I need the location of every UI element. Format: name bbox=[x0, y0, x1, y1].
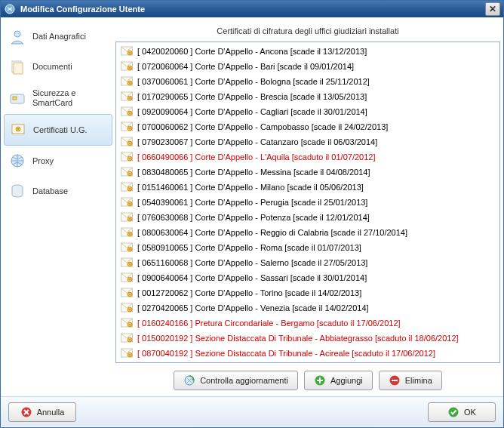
certificate-row[interactable]: [ 0150020192 ] Sezione Distaccata Di Tri… bbox=[118, 331, 498, 346]
certificate-icon bbox=[121, 106, 133, 117]
database-icon bbox=[8, 182, 26, 200]
certificate-icon bbox=[121, 152, 133, 162]
certificate-icon bbox=[121, 288, 133, 298]
certificate-row[interactable]: [ 0920090064 ] Corte D'Appello - Cagliar… bbox=[118, 104, 498, 119]
ok-button[interactable]: OK bbox=[428, 402, 496, 422]
certificate-row[interactable]: [ 0760630068 ] Corte D'Appello - Potenza… bbox=[118, 210, 498, 225]
button-label: Annulla bbox=[37, 408, 65, 417]
plus-icon bbox=[314, 374, 326, 386]
certificate-row[interactable]: [ 0720060064 ] Corte D'Appello - Bari [s… bbox=[118, 59, 498, 74]
svg-point-58 bbox=[129, 279, 131, 280]
certificate-text: [ 0420020060 ] Corte D'Appello - Ancona … bbox=[137, 47, 367, 56]
user-icon bbox=[8, 28, 26, 46]
certificate-row[interactable]: [ 0900640064 ] Corte D'Appello - Sassari… bbox=[118, 270, 498, 285]
main-panel: Certificati di cifratura degli uffici gi… bbox=[115, 22, 500, 396]
sidebar-item-dati-anagrafici[interactable]: Dati Anagrafici bbox=[4, 22, 112, 52]
svg-rect-5 bbox=[13, 97, 17, 100]
certificate-text: [ 0790230067 ] Corte D'Appello - Catanza… bbox=[137, 137, 377, 146]
svg-point-67 bbox=[129, 324, 131, 325]
titlebar: Modifica Configurazione Utente ✕ bbox=[1, 1, 503, 17]
button-label: Controlla aggiornamenti bbox=[200, 376, 288, 385]
certificate-text: [ 0150020192 ] Sezione Distaccata Di Tri… bbox=[137, 334, 459, 343]
certificate-row[interactable]: [ 0800630064 ] Corte D'Appello - Reggio … bbox=[118, 225, 498, 240]
certificate-text: [ 0170290065 ] Corte D'Appello - Brescia… bbox=[137, 92, 367, 101]
cancel-icon bbox=[20, 406, 32, 418]
certificate-text: [ 0830480065 ] Corte D'Appello - Messina… bbox=[137, 168, 370, 177]
svg-point-46 bbox=[129, 218, 131, 220]
svg-point-49 bbox=[129, 233, 131, 235]
certificate-text: [ 0900640064 ] Corte D'Appello - Sassari… bbox=[137, 273, 367, 282]
certificate-text: [ 0270420065 ] Corte D'Appello - Venezia… bbox=[137, 303, 369, 313]
svg-rect-3 bbox=[14, 63, 23, 74]
delete-button[interactable]: Elimina bbox=[379, 371, 442, 390]
certificate-text: [ 0800630064 ] Corte D'Appello - Reggio … bbox=[137, 228, 407, 237]
certificate-icon bbox=[121, 197, 133, 208]
certificate-icon bbox=[121, 61, 133, 72]
certificate-icon bbox=[121, 348, 133, 359]
svg-point-22 bbox=[129, 97, 131, 99]
certificate-row[interactable]: [ 0170290065 ] Corte D'Appello - Brescia… bbox=[118, 89, 498, 104]
certificate-row[interactable]: [ 0870040192 ] Sezione Distaccata Di Tri… bbox=[118, 346, 498, 361]
check-updates-button[interactable]: Controlla aggiornamenti bbox=[174, 371, 298, 390]
certificate-icon bbox=[121, 318, 133, 328]
certificate-icon bbox=[121, 242, 133, 253]
certificate-row[interactable]: [ 0270420065 ] Corte D'Appello - Venezia… bbox=[118, 300, 498, 316]
sidebar-item-label: Dati Anagrafici bbox=[32, 32, 86, 42]
svg-point-1 bbox=[14, 31, 20, 37]
sidebar-item-label: Proxy bbox=[32, 156, 54, 166]
minus-icon bbox=[389, 374, 401, 386]
certificate-text: [ 0760630068 ] Corte D'Appello - Potenza… bbox=[137, 213, 370, 222]
certificate-text: [ 0160240166 ] Pretura Circondariale - B… bbox=[137, 319, 401, 328]
certificate-text: [ 0920090064 ] Corte D'Appello - Cagliar… bbox=[137, 107, 367, 116]
svg-point-52 bbox=[129, 248, 131, 250]
certificate-row[interactable]: [ 0540390061 ] Corte D'Appello - Perugia… bbox=[118, 195, 498, 210]
svg-point-73 bbox=[129, 354, 131, 356]
certificate-row[interactable]: [ 0651160068 ] Corte D'Appello - Salerno… bbox=[118, 255, 498, 270]
certificate-row[interactable]: [ 0370060061 ] Corte D'Appello - Bologna… bbox=[118, 74, 498, 89]
close-button[interactable]: ✕ bbox=[485, 2, 500, 16]
certificate-row[interactable]: [ 0151460061 ] Corte D'Appello - Milano … bbox=[118, 180, 498, 195]
sidebar-item-label: Documenti bbox=[32, 62, 72, 72]
certificate-icon bbox=[121, 46, 133, 57]
svg-point-8 bbox=[17, 128, 19, 130]
add-button[interactable]: Aggiungi bbox=[304, 371, 373, 390]
certificate-row[interactable]: [ 0420020060 ] Corte D'Appello - Ancona … bbox=[118, 44, 498, 59]
sidebar-item-proxy[interactable]: Proxy bbox=[4, 146, 112, 176]
certificate-row[interactable]: [ 0700060062 ] Corte D'Appello - Campoba… bbox=[118, 119, 498, 134]
svg-point-61 bbox=[129, 294, 131, 295]
certificate-row[interactable]: [ 0830480065 ] Corte D'Appello - Messina… bbox=[118, 165, 498, 180]
sidebar-item-label: Sicurezza e SmartCard bbox=[32, 88, 108, 108]
certificate-icon bbox=[121, 227, 133, 238]
app-icon bbox=[4, 3, 16, 15]
sidebar-item-sicurezza[interactable]: Sicurezza e SmartCard bbox=[4, 82, 112, 114]
certificate-text: [ 0012720062 ] Corte D'Appello - Torino … bbox=[137, 288, 361, 297]
certificates-list[interactable]: [ 0420020060 ] Corte D'Appello - Ancona … bbox=[115, 42, 500, 363]
certificate-icon bbox=[121, 167, 133, 177]
certificate-row[interactable]: [ 0660490066 ] Corte D'Appello - L'Aquil… bbox=[118, 149, 498, 165]
certificate-text: [ 0700060062 ] Corte D'Appello - Campoba… bbox=[137, 122, 388, 131]
sidebar-item-label: Database bbox=[32, 186, 68, 196]
button-label: Elimina bbox=[405, 376, 432, 385]
certificate-row[interactable]: [ 0160240166 ] Pretura Circondariale - B… bbox=[118, 316, 498, 331]
sidebar-item-database[interactable]: Database bbox=[4, 176, 112, 206]
sidebar-item-certificati[interactable]: Certificati U.G. bbox=[4, 114, 112, 146]
certificate-icon bbox=[121, 182, 133, 192]
certificate-row[interactable]: [ 0580910065 ] Corte D'Appello - Roma [s… bbox=[118, 240, 498, 255]
svg-point-34 bbox=[129, 158, 131, 159]
sidebar-item-documenti[interactable]: Documenti bbox=[4, 52, 112, 82]
client-area: Dati Anagrafici Documenti Sicurezza e Sm… bbox=[1, 17, 503, 396]
svg-point-55 bbox=[129, 263, 131, 265]
certificate-icon bbox=[121, 137, 133, 147]
certificate-row[interactable]: [ 0012720062 ] Corte D'Appello - Torino … bbox=[118, 285, 498, 300]
certificate-row[interactable]: [ 0790230067 ] Corte D'Appello - Catanza… bbox=[118, 134, 498, 149]
svg-point-31 bbox=[129, 143, 131, 144]
svg-point-19 bbox=[129, 82, 131, 84]
certificate-icon bbox=[121, 303, 133, 313]
svg-point-25 bbox=[129, 112, 131, 114]
certificate-icon bbox=[121, 333, 133, 343]
cancel-button[interactable]: Annulla bbox=[8, 402, 76, 422]
svg-point-40 bbox=[129, 188, 131, 189]
certificate-text: [ 0720060064 ] Corte D'Appello - Bari [s… bbox=[137, 62, 354, 71]
certificate-icon bbox=[121, 273, 133, 283]
refresh-globe-icon bbox=[183, 374, 195, 386]
